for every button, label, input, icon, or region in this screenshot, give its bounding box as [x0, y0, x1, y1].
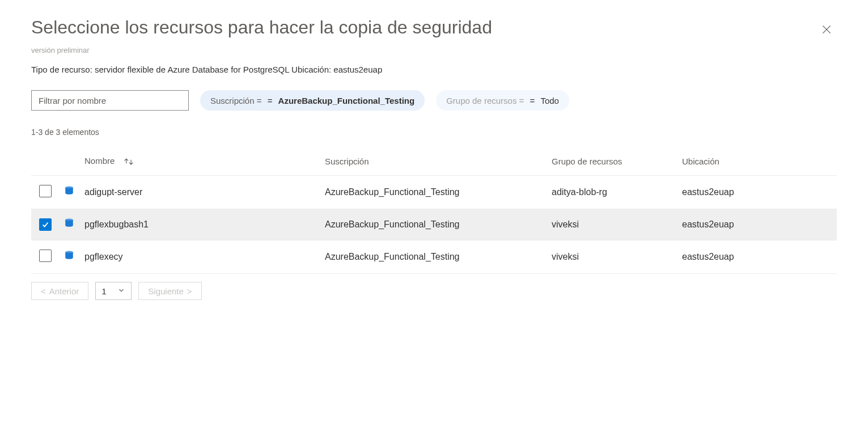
table-row[interactable]: adigupt-serverAzureBackup_Functional_Tes… [31, 176, 837, 209]
column-header-resourcegroup-label: Grupo de recursos [552, 157, 622, 166]
close-icon [821, 28, 832, 37]
cell-subscription: AzureBackup_Functional_Testing [320, 176, 547, 209]
column-header-location[interactable]: Ubicación [678, 150, 837, 176]
cell-name: pgflexbugbash1 [82, 209, 320, 240]
column-header-location-label: Ubicación [682, 157, 719, 166]
column-header-name[interactable]: Nombre [82, 150, 320, 176]
resource-type-info: Tipo de recurso: servidor flexible de Az… [31, 65, 837, 74]
filter-name-input[interactable] [31, 90, 189, 111]
cell-name: pgflexecy [82, 240, 320, 274]
database-icon [64, 186, 74, 196]
row-checkbox[interactable] [39, 218, 52, 231]
chevron-right-text: > [187, 286, 192, 296]
filter-resourcegroup-pill[interactable]: Grupo de recursos = = Todo [436, 90, 569, 111]
equals-text: = [265, 96, 274, 105]
equals-text: = [527, 96, 537, 105]
cell-name: adigupt-server [82, 176, 320, 209]
cell-resourcegroup: viveksi [547, 209, 678, 240]
column-header-name-label: Nombre [84, 156, 115, 166]
cell-location: eastus2euap [678, 240, 837, 274]
page-title: Seleccione los recursos para hacer la co… [31, 17, 492, 38]
previous-button[interactable]: < Anterior [31, 282, 88, 300]
column-header-resourcegroup[interactable]: Grupo de recursos [547, 150, 678, 176]
page-subtitle: versión preliminar [31, 46, 492, 54]
chevron-down-icon [117, 286, 125, 296]
cell-resourcegroup: aditya-blob-rg [547, 176, 678, 209]
filter-subscription-pill[interactable]: Suscripción = = AzureBackup_Functional_T… [200, 90, 425, 111]
resources-table: Nombre Suscripción Grupo de recursos Ubi… [31, 150, 837, 274]
column-header-subscription[interactable]: Suscripción [320, 150, 547, 176]
filter-resourcegroup-value: Todo [540, 96, 559, 105]
next-button[interactable]: Siguiente > [138, 282, 201, 300]
cell-location: eastus2euap [678, 209, 837, 240]
results-count: 1-3 de 3 elementos [31, 128, 837, 137]
next-label: Siguiente [148, 286, 184, 296]
database-icon [64, 251, 74, 261]
filter-subscription-label: Suscripción = [210, 96, 261, 105]
page-select[interactable]: 1 [95, 282, 132, 300]
row-checkbox[interactable] [39, 250, 52, 262]
column-header-subscription-label: Suscripción [325, 157, 369, 166]
previous-label: Anterior [49, 286, 79, 296]
row-checkbox[interactable] [39, 185, 52, 197]
table-row[interactable]: pgflexecyAzureBackup_Functional_Testingv… [31, 240, 837, 274]
close-button[interactable] [816, 19, 837, 41]
chevron-left-text: < [41, 286, 46, 296]
cell-subscription: AzureBackup_Functional_Testing [320, 209, 547, 240]
cell-subscription: AzureBackup_Functional_Testing [320, 240, 547, 274]
filter-resourcegroup-label: Grupo de recursos = [446, 96, 524, 105]
filter-subscription-value: AzureBackup_Functional_Testing [278, 96, 415, 105]
cell-resourcegroup: viveksi [547, 240, 678, 274]
sort-icon [123, 157, 134, 166]
page-number: 1 [101, 286, 106, 296]
table-row[interactable]: pgflexbugbash1AzureBackup_Functional_Tes… [31, 209, 837, 240]
cell-location: eastus2euap [678, 176, 837, 209]
database-icon [64, 218, 74, 229]
